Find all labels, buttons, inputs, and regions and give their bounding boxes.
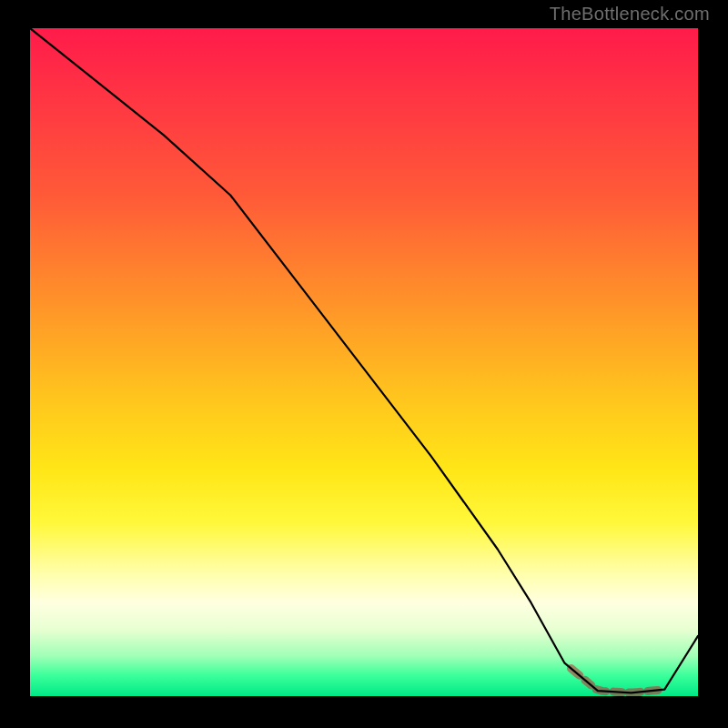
watermark-text: TheBottleneck.com (550, 4, 710, 25)
chart-container: TheBottleneck.com (0, 0, 728, 728)
main-curve (30, 28, 698, 693)
plot-area (30, 28, 698, 696)
chart-svg (30, 28, 698, 696)
